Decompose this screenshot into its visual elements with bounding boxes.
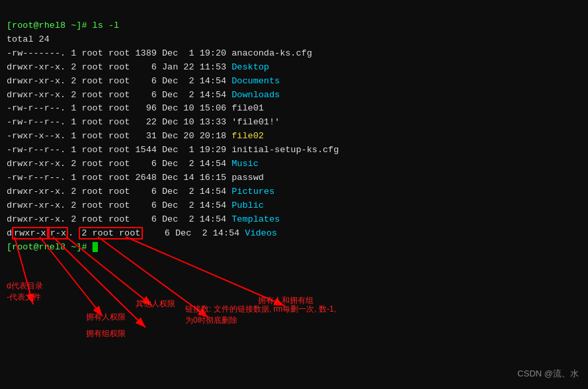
file-line-14: drwxr-xr-x. 2 root root 6 Dec 2 14:54 Vi… [7,227,277,239]
label-owner-group: 拥有人和拥有组 [258,295,314,306]
terminal-window: [root@rhel8 ~]# ls -l total 24 -rw------… [0,0,588,389]
label-owner-perm: 拥有人权限 [86,312,126,323]
file-line-9: drwxr-xr-x. 2 root root 6 Dec 2 14:54 Mu… [7,159,259,169]
prompt-line-2: [root@rhel8 ~]# █ [7,242,98,252]
total-line: total 24 [7,34,50,44]
file-line-3: drwxr-xr-x. 2 root root 6 Dec 2 14:54 Do… [7,76,280,86]
label-other-perm: 其他人权限 [136,298,175,310]
file-line-12: drwxr-xr-x. 2 root root 6 Dec 2 14:54 Pu… [7,200,264,210]
file-line-13: drwxr-xr-x. 2 root root 6 Dec 2 14:54 Te… [7,214,280,224]
file-line-10: -rw-r--r--. 1 root root 2648 Dec 14 16:1… [7,173,264,183]
file-line-2: drwxr-xr-x. 2 root root 6 Jan 22 11:53 D… [7,62,269,72]
file-line-4: drwxr-xr-x. 2 root root 6 Dec 2 14:54 Do… [7,90,280,100]
label-d: d代表目录-代表文件 [7,281,43,303]
file-line-5: -rw-r--r--. 1 root root 96 Dec 10 15:06 … [7,103,264,113]
file-line-6: -rw-r--r--. 1 root root 22 Dec 10 13:33 … [7,117,280,127]
file-line-8: -rw-r--r--. 1 root root 1544 Dec 1 19:29… [7,145,339,155]
file-line-7: -rwxr-x--x. 1 root root 31 Dec 20 20:18 … [7,131,264,141]
prompt-line: [root@rhel8 ~]# ls -l [7,21,119,30]
file-line-1: -rw-------. 1 root root 1389 Dec 1 19:20… [7,48,312,58]
label-link-count: 链接数: 文件的链接数据, rm每删一次, 数-1,为0时彻底删除 [185,304,336,326]
label-group-perm: 拥有组权限 [86,328,126,339]
terminal-content: [root@rhel8 ~]# ls -l total 24 -rw------… [7,5,581,269]
watermark: CSDN @流、水 [517,368,579,380]
file-line-11: drwxr-xr-x. 2 root root 6 Dec 2 14:54 Pi… [7,187,274,196]
